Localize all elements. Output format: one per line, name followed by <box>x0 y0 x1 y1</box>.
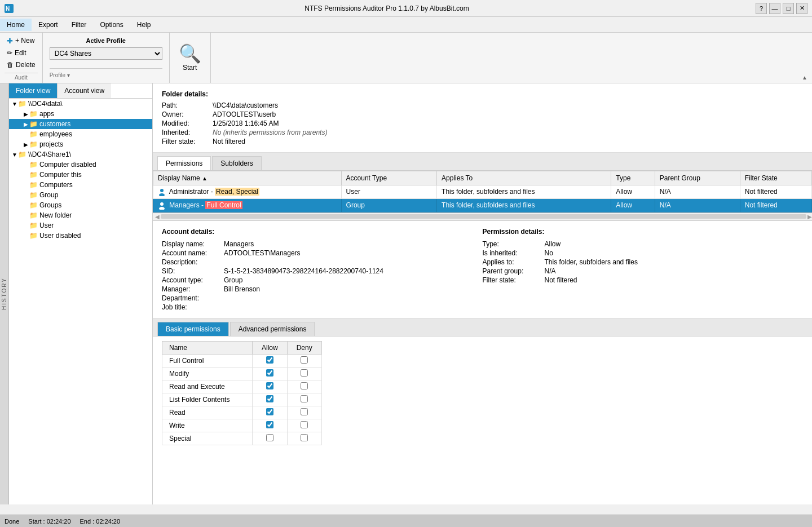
table-row[interactable]: Administrator - Read, Special User This … <box>153 185 812 199</box>
col-filter-state[interactable]: Filter State <box>740 171 811 185</box>
minimize-button[interactable]: — <box>769 3 780 14</box>
perm-section-tabs: Basic permissions Advanced permissions <box>153 318 812 336</box>
menu-home[interactable]: Home <box>0 19 32 31</box>
perm-deny-read-execute[interactable] <box>287 380 321 393</box>
perm-allow-list-folder[interactable] <box>253 393 288 406</box>
row2-applies-to: This folder, subfolders and files <box>437 198 611 212</box>
col-parent-group[interactable]: Parent Group <box>655 171 740 185</box>
window-controls[interactable]: ? — □ ✕ <box>756 3 807 14</box>
user-disabled-label: User disabled <box>39 232 81 240</box>
delete-button[interactable]: 🗑 Delete <box>5 60 38 70</box>
perm-deny-read[interactable] <box>287 406 321 419</box>
perm-deny-write[interactable] <box>287 419 321 432</box>
tab-permissions[interactable]: Permissions <box>157 156 211 170</box>
perm-allow-read-execute[interactable] <box>253 380 288 393</box>
groups-label: Groups <box>39 201 61 209</box>
scroll-right-arrow[interactable]: ▶ <box>807 214 812 220</box>
svg-point-3 <box>159 193 165 196</box>
tree-projects[interactable]: ▶ 📁 projects <box>9 139 152 149</box>
acc-description-value <box>224 258 483 266</box>
col-display-name[interactable]: Display Name ▲ <box>153 171 342 185</box>
account-view-tab[interactable]: Account view <box>58 83 111 98</box>
perm-deny-modify[interactable] <box>287 367 321 380</box>
maximize-button[interactable]: □ <box>783 3 794 14</box>
toggle-root1[interactable]: ▼ <box>11 101 18 107</box>
tree-new-folder[interactable]: 📁 New folder <box>9 210 152 220</box>
start-button[interactable]: 🔍 Start <box>170 33 211 83</box>
col-account-type[interactable]: Account Type <box>341 171 437 185</box>
col-applies-to[interactable]: Applies To <box>437 171 611 185</box>
edit-button[interactable]: ✏ Edit <box>5 48 38 58</box>
group-icon <box>158 202 166 210</box>
toggle-apps[interactable]: ▶ <box>23 111 29 117</box>
menu-filter[interactable]: Filter <box>65 19 94 31</box>
toggle-customers[interactable]: ▶ <box>23 121 29 127</box>
tree-computers[interactable]: 📁 Computers <box>9 180 152 190</box>
menu-options[interactable]: Options <box>93 19 130 31</box>
tree-root2[interactable]: ▼ 📁 \\DC4\Share1\ <box>9 149 152 160</box>
perm-filter-value: Not filtered <box>545 276 804 284</box>
toggle-projects[interactable]: ▶ <box>23 141 29 148</box>
perm-allow-modify[interactable] <box>253 367 288 380</box>
tree-computer-disabled[interactable]: 📁 Computer disabled <box>9 160 152 170</box>
modified-value: 1/25/2018 1:16:45 AM <box>213 119 803 127</box>
perm-parent-value: N/A <box>545 267 804 275</box>
perm-deny-special[interactable] <box>287 432 321 445</box>
row1-parent-group: N/A <box>655 185 740 199</box>
perm-allow-read[interactable] <box>253 406 288 419</box>
table-scrollbar[interactable]: ◀ ▶ <box>153 212 812 220</box>
view-tabs: Folder view Account view <box>9 83 152 99</box>
tab-subfolders[interactable]: Subfolders <box>212 156 261 170</box>
tree-apps[interactable]: ▶ 📁 apps <box>9 109 152 119</box>
toolbar: ✚ + New ✏ Edit 🗑 Delete Audit Active Pro… <box>0 33 812 83</box>
new-button[interactable]: ✚ + New <box>5 36 38 46</box>
account-details-grid: Display name: Managers Account name: ADT… <box>162 240 483 311</box>
root1-label: \\DC4\data\ <box>28 100 63 108</box>
help-button[interactable]: ? <box>756 3 767 14</box>
acc-manager-label: Manager: <box>162 285 224 293</box>
col-deny: Deny <box>287 341 321 354</box>
perm-row-modify: Modify <box>162 367 322 380</box>
menu-help[interactable]: Help <box>130 19 158 31</box>
table-row[interactable]: Managers - Full Control Group This folde… <box>153 198 812 212</box>
perm-allow-full-control[interactable] <box>253 354 288 367</box>
menu-bar: Home Export Filter Options Help <box>0 17 812 33</box>
col-type[interactable]: Type <box>611 171 655 185</box>
tree-root1[interactable]: ▼ 📁 \\DC4\data\ <box>9 99 152 109</box>
basic-perms-body: Full Control Modify Read and Execute <box>162 354 322 445</box>
perm-deny-full-control[interactable] <box>287 354 321 367</box>
computer-disabled-label: Computer disabled <box>39 161 96 169</box>
tree-group[interactable]: 📁 Group <box>9 190 152 200</box>
toggle-root2[interactable]: ▼ <box>11 152 18 158</box>
tree-user[interactable]: 📁 User <box>9 220 152 231</box>
acc-account-type-label: Account type: <box>162 276 224 284</box>
perm-deny-list-folder[interactable] <box>287 393 321 406</box>
row1-type: Allow <box>611 185 655 199</box>
perm-name-read: Read <box>162 406 253 419</box>
perm-allow-special[interactable] <box>253 432 288 445</box>
tab-basic-permissions[interactable]: Basic permissions <box>157 322 229 336</box>
tree-user-disabled[interactable]: 📁 User disabled <box>9 231 152 241</box>
new-folder-label: New folder <box>39 211 72 219</box>
history-panel[interactable]: HISTORY <box>0 83 9 504</box>
tree-customers[interactable]: ▶ 📁 customers <box>9 119 152 129</box>
scroll-left-arrow[interactable]: ◀ <box>155 214 160 220</box>
perm-row-read: Read <box>162 406 322 419</box>
menu-export[interactable]: Export <box>32 19 65 31</box>
user-label: User <box>39 222 54 229</box>
perm-allow-write[interactable] <box>253 419 288 432</box>
close-button[interactable]: ✕ <box>796 3 807 14</box>
tree-computer-this[interactable]: 📁 Computer this <box>9 170 152 180</box>
app-icon: N <box>5 4 14 13</box>
tree-groups[interactable]: 📁 Groups <box>9 200 152 210</box>
permissions-table-container: Display Name ▲ Account Type Applies To T… <box>153 171 812 221</box>
perm-parent-label: Parent group: <box>483 267 545 275</box>
folder-view-tab[interactable]: Folder view <box>9 83 58 98</box>
row1-filter-state: Not filtered <box>740 185 811 199</box>
details-section: Account details: Display name: Managers … <box>153 221 812 318</box>
collapse-arrow[interactable]: ▲ <box>802 74 807 81</box>
tree-employees[interactable]: 📁 employees <box>9 129 152 139</box>
tab-advanced-permissions[interactable]: Advanced permissions <box>230 322 315 336</box>
profile-select[interactable]: DC4 Shares <box>50 47 162 60</box>
svg-text:N: N <box>6 6 10 12</box>
